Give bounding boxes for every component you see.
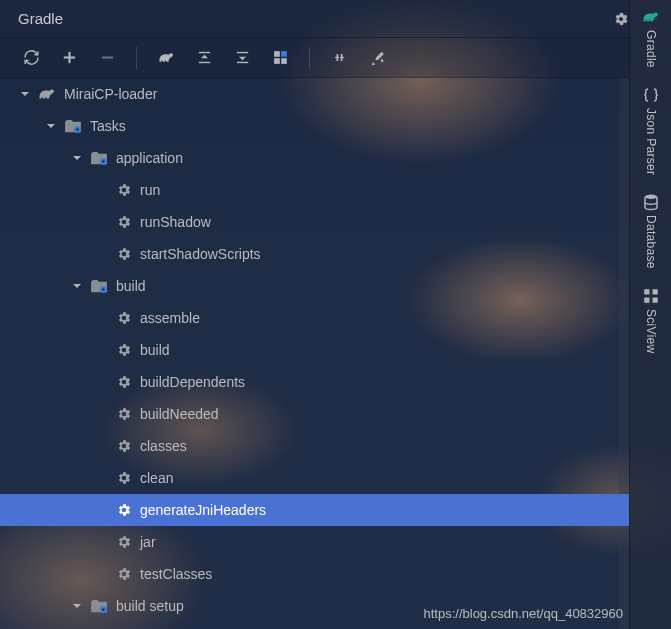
gear-icon (116, 342, 132, 358)
tree-task-label: clean (140, 470, 173, 486)
json-icon (642, 86, 660, 104)
tree-label: Tasks (90, 118, 126, 134)
svg-rect-3 (101, 56, 112, 58)
right-tool-strip: Gradle Json Parser Database SciView (629, 0, 671, 629)
show-dependencies-icon[interactable] (269, 47, 291, 69)
settings-icon[interactable] (611, 9, 631, 29)
tree-task-label: jar (140, 534, 156, 550)
chevron-down-icon[interactable] (70, 279, 84, 293)
toolbar-separator (309, 47, 310, 69)
chevron-down-icon[interactable] (70, 151, 84, 165)
strip-label: Database (644, 215, 658, 269)
svg-point-20 (102, 608, 105, 611)
tree-task-label: generateJniHeaders (140, 502, 266, 518)
strip-tab-jsonparser[interactable]: Json Parser (642, 86, 660, 175)
gear-icon (116, 182, 132, 198)
build-tool-settings-icon[interactable] (366, 47, 388, 69)
tree-task-row[interactable]: build (0, 334, 629, 366)
gear-icon (116, 214, 132, 230)
tree-task-row[interactable]: generateJniHeaders (0, 494, 629, 526)
strip-tab-gradle[interactable]: Gradle (642, 8, 660, 68)
gear-icon (116, 246, 132, 262)
folder-gear-icon (90, 151, 108, 165)
gradle-toolbar (0, 38, 671, 78)
gear-icon (116, 502, 132, 518)
strip-label: Json Parser (644, 108, 658, 175)
tree-task-row[interactable]: run (0, 174, 629, 206)
tree-tasks-row[interactable]: Tasks (0, 110, 629, 142)
remove-icon[interactable] (96, 47, 118, 69)
svg-rect-8 (274, 51, 280, 57)
refresh-icon[interactable] (20, 47, 42, 69)
tree-task-label: startShadowScripts (140, 246, 261, 262)
gear-icon (116, 438, 132, 454)
svg-rect-11 (281, 58, 287, 64)
tree-task-label: buildDependents (140, 374, 245, 390)
tree-label: MiraiCP-loader (64, 86, 157, 102)
tree-label: build setup (116, 598, 184, 614)
svg-rect-4 (198, 52, 209, 53)
gear-icon (116, 566, 132, 582)
svg-point-14 (76, 128, 79, 131)
chevron-down-icon[interactable] (18, 87, 32, 101)
strip-tab-database[interactable]: Database (642, 193, 660, 269)
tree-task-row[interactable]: classes (0, 430, 629, 462)
gear-icon (116, 534, 132, 550)
tree-task-label: runShadow (140, 214, 211, 230)
tree-task-row[interactable]: buildDependents (0, 366, 629, 398)
svg-point-21 (645, 195, 657, 200)
toggle-offline-icon[interactable] (328, 47, 350, 69)
tree-task-label: run (140, 182, 160, 198)
tree-label: application (116, 150, 183, 166)
tree-task-row[interactable]: testClasses (0, 558, 629, 590)
gradle-elephant-icon[interactable] (155, 47, 177, 69)
gradle-elephant-icon (642, 8, 660, 26)
tree-task-label: buildNeeded (140, 406, 219, 422)
svg-rect-6 (236, 52, 247, 53)
panel-title: Gradle (18, 10, 601, 27)
svg-rect-24 (644, 297, 649, 302)
svg-rect-2 (63, 56, 74, 58)
strip-label: SciView (644, 309, 658, 354)
strip-tab-sciview[interactable]: SciView (642, 287, 660, 354)
gear-icon (116, 406, 132, 422)
gear-icon (116, 374, 132, 390)
tree-task-row[interactable]: runShadow (0, 206, 629, 238)
svg-point-16 (102, 160, 105, 163)
folder-gear-icon (64, 119, 82, 133)
tree-group-build[interactable]: build (0, 270, 629, 302)
toolbar-separator (136, 47, 137, 69)
tree-label: build (116, 278, 146, 294)
folder-gear-icon (90, 599, 108, 613)
tree-task-row[interactable]: init (0, 622, 629, 629)
svg-rect-23 (652, 289, 657, 294)
chevron-down-icon[interactable] (70, 599, 84, 613)
tree-task-label: classes (140, 438, 187, 454)
tree-group-build-setup[interactable]: build setup (0, 590, 629, 622)
folder-gear-icon (90, 279, 108, 293)
tree-task-row[interactable]: clean (0, 462, 629, 494)
svg-rect-5 (198, 62, 209, 63)
tree-task-row[interactable]: jar (0, 526, 629, 558)
panel-header: Gradle (0, 0, 671, 38)
tree-task-label: assemble (140, 310, 200, 326)
add-icon[interactable] (58, 47, 80, 69)
tree-task-row[interactable]: startShadowScripts (0, 238, 629, 270)
svg-rect-7 (236, 62, 247, 63)
tree-task-label: build (140, 342, 170, 358)
svg-rect-22 (644, 289, 649, 294)
gear-icon (116, 470, 132, 486)
chevron-down-icon[interactable] (44, 119, 58, 133)
svg-marker-12 (380, 59, 384, 63)
tree-task-label: testClasses (140, 566, 212, 582)
tree-group-application[interactable]: application (0, 142, 629, 174)
tree-task-row[interactable]: buildNeeded (0, 398, 629, 430)
expand-all-icon[interactable] (193, 47, 215, 69)
tree-project-row[interactable]: MiraiCP-loader (0, 78, 629, 110)
svg-rect-9 (281, 51, 287, 57)
tree-task-row[interactable]: assemble (0, 302, 629, 334)
strip-label: Gradle (644, 30, 658, 68)
svg-point-18 (102, 288, 105, 291)
svg-rect-25 (652, 297, 657, 302)
collapse-all-icon[interactable] (231, 47, 253, 69)
